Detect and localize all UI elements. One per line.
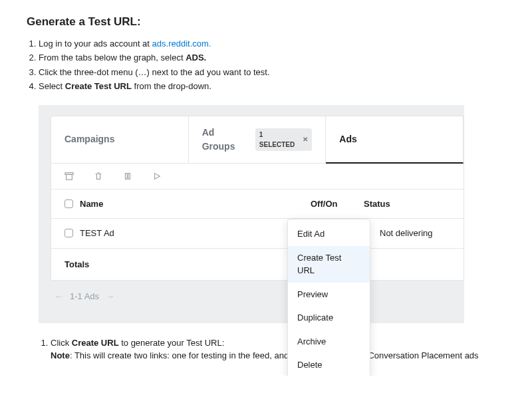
- table-header: Name Off/On Status: [51, 190, 464, 219]
- menu-duplicate[interactable]: Duplicate: [288, 306, 370, 330]
- menu-preview[interactable]: Preview: [288, 283, 370, 307]
- badge-text: 1 SELECTED: [259, 130, 301, 150]
- column-offon: Off/On: [311, 197, 364, 211]
- tab-adgroups[interactable]: Ad Groups 1 SELECTED ✕: [189, 116, 327, 163]
- adgroups-badge: 1 SELECTED ✕: [255, 128, 313, 151]
- column-status: Status: [364, 197, 450, 211]
- footnote-step: Click Create URL to generate your Test U…: [51, 336, 505, 362]
- instructions-list: Log in to your ads account at ads.reddit…: [39, 37, 505, 93]
- next-page-icon[interactable]: →: [106, 290, 114, 303]
- note-text: : This will create two links: one for te…: [70, 350, 479, 360]
- column-label: Name: [80, 197, 103, 211]
- foot-text: to generate your Test URL:: [119, 338, 225, 348]
- row-status-cell: Not delivering: [364, 227, 450, 240]
- pager-text: 1-1 Ads: [70, 290, 99, 303]
- step-text: Click the three-dot menu (…) next to the…: [39, 67, 270, 77]
- footnote-block: Click Create URL to generate your Test U…: [39, 336, 505, 362]
- foot-bold: Create URL: [72, 338, 119, 348]
- step-text: Select: [39, 81, 65, 91]
- row-checkbox[interactable]: [65, 229, 73, 237]
- prev-page-icon[interactable]: ←: [55, 290, 63, 303]
- close-icon[interactable]: ✕: [303, 134, 308, 144]
- menu-archive[interactable]: Archive: [288, 330, 370, 354]
- column-name: Name: [65, 197, 311, 211]
- svg-rect-2: [126, 173, 128, 179]
- svg-rect-1: [66, 174, 72, 180]
- instruction-step: Click the three-dot menu (…) next to the…: [39, 66, 505, 79]
- select-all-checkbox[interactable]: [65, 199, 73, 208]
- tab-ads[interactable]: Ads: [326, 116, 464, 164]
- step-text: Log in to your ads account at: [39, 39, 152, 49]
- menu-create-test-url[interactable]: Create Test URL: [288, 246, 370, 283]
- foot-text: Click: [51, 338, 72, 348]
- row-name-cell: TEST Ad: [65, 227, 313, 240]
- pagination: ← 1-1 Ads →: [51, 281, 464, 313]
- totals-row: Totals: [51, 249, 464, 281]
- instruction-step: Log in to your ads account at ads.reddit…: [39, 37, 505, 51]
- app-panel: Campaigns Ad Groups 1 SELECTED ✕ Ads Nam…: [51, 116, 464, 281]
- step-bold: ADS.: [186, 53, 206, 63]
- ads-link[interactable]: ads.reddit.com.: [152, 39, 211, 49]
- instruction-step: From the tabs below the graph, select AD…: [39, 51, 505, 65]
- tabs-bar: Campaigns Ad Groups 1 SELECTED ✕ Ads: [51, 116, 464, 164]
- step-text: from the drop-down.: [132, 81, 211, 91]
- page-title: Generate a Test URL:: [27, 13, 505, 31]
- menu-delete[interactable]: Delete: [288, 353, 370, 376]
- context-menu: Edit Ad Create Test URL Preview Duplicat…: [287, 219, 370, 376]
- trash-icon[interactable]: [94, 172, 103, 181]
- play-icon[interactable]: [152, 172, 162, 181]
- note-label: Note: [51, 350, 70, 360]
- ad-name: TEST Ad: [80, 227, 114, 240]
- tab-campaigns[interactable]: Campaigns: [51, 116, 189, 163]
- table-row: TEST Ad ••• Not delivering: [51, 219, 464, 249]
- app-screenshot: Campaigns Ad Groups 1 SELECTED ✕ Ads Nam…: [39, 105, 464, 323]
- step-bold: Create Test URL: [65, 81, 132, 91]
- toolbar: [51, 164, 464, 190]
- step-text: From the tabs below the graph, select: [39, 53, 186, 63]
- instruction-step: Select Create Test URL from the drop-dow…: [39, 80, 505, 93]
- menu-edit-ad[interactable]: Edit Ad: [288, 222, 370, 246]
- svg-rect-3: [128, 173, 130, 179]
- table-body: TEST Ad ••• Not delivering Totals Edit A…: [51, 219, 464, 280]
- archive-icon[interactable]: [65, 172, 74, 181]
- pause-icon[interactable]: [123, 172, 132, 181]
- tab-label: Ad Groups: [202, 126, 250, 154]
